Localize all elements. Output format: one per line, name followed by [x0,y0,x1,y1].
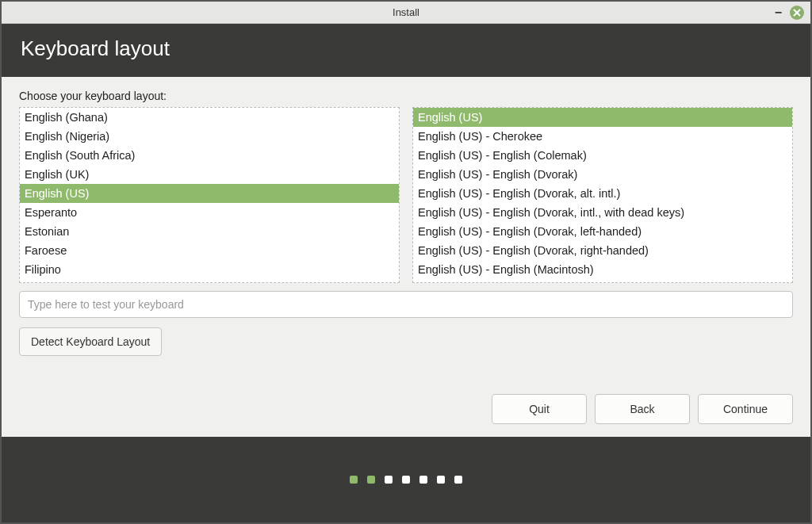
list-item[interactable]: English (Nigeria) [20,127,399,146]
progress-dot [385,476,393,484]
variant-list[interactable]: English (US)English (US) - CherokeeEngli… [412,107,793,283]
progress-dot [454,476,462,484]
continue-button[interactable]: Continue [698,394,793,424]
list-item[interactable]: Esperanto [20,203,399,222]
list-item[interactable]: English (US) - English (Dvorak) [413,165,792,184]
progress-dot [402,476,410,484]
keyboard-test-input[interactable] [19,291,793,318]
list-item[interactable]: English (US) - English (Dvorak, right-ha… [413,241,792,260]
progress-dot [437,476,445,484]
list-item[interactable]: English (South Africa) [20,146,399,165]
close-icon[interactable] [790,6,804,20]
nav-buttons: Quit Back Continue [19,386,793,424]
page-header: Keyboard layout [2,24,810,77]
list-item[interactable]: English (US) - English (Colemak) [413,146,792,165]
list-item[interactable]: Faroese [20,241,399,260]
list-item[interactable]: English (UK) [20,165,399,184]
window-controls: − [775,2,804,23]
list-item[interactable]: English (US) - English (Dvorak, alt. int… [413,184,792,203]
list-item[interactable]: English (US) [20,184,399,203]
list-item[interactable]: English (US) - English (Dvorak, intl., w… [413,203,792,222]
install-window: Install − Keyboard layout Choose your ke… [0,0,812,524]
prompt-label: Choose your keyboard layout: [19,90,793,102]
window-title: Install [393,6,419,18]
quit-button[interactable]: Quit [492,394,587,424]
back-button[interactable]: Back [595,394,690,424]
detect-layout-button[interactable]: Detect Keyboard Layout [19,327,162,356]
list-item[interactable]: Filipino [20,260,399,279]
list-item[interactable]: English (US) - English (Dvorak, left-han… [413,222,792,241]
progress-dots [2,437,810,522]
progress-dot [367,476,375,484]
list-item[interactable]: English (US) - English (Macintosh) [413,260,792,279]
list-item[interactable]: English (US) - Cherokee [413,127,792,146]
minimize-icon[interactable]: − [775,6,782,19]
list-item[interactable]: Estonian [20,222,399,241]
list-item[interactable]: English (Ghana) [20,108,399,127]
progress-dot [419,476,427,484]
language-list[interactable]: English (Ghana)English (Nigeria)English … [19,107,400,283]
list-item[interactable]: English (US) [413,108,792,127]
page-title: Keyboard layout [21,36,791,61]
content-area: Choose your keyboard layout: English (Gh… [2,77,810,437]
layout-lists: English (Ghana)English (Nigeria)English … [19,107,793,283]
progress-dot [350,476,358,484]
titlebar: Install − [2,2,810,24]
